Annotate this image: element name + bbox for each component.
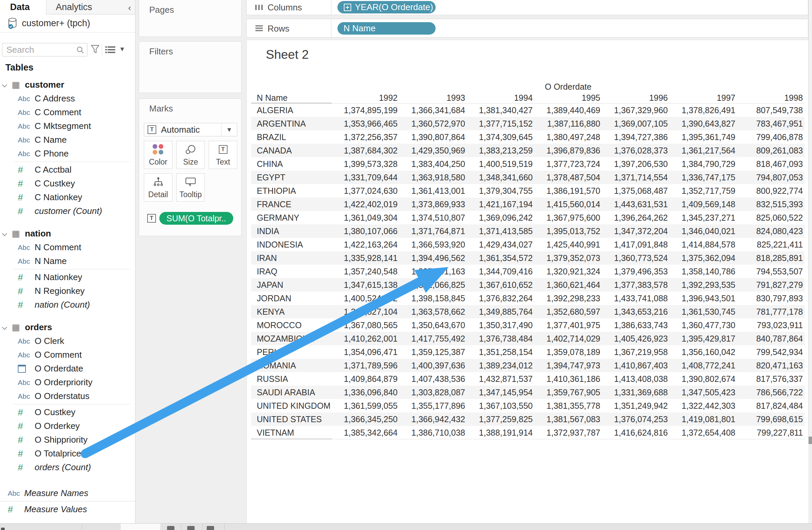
- cell-saudi-arabia-1995[interactable]: 1,359,767,905: [534, 386, 602, 399]
- detail-button[interactable]: Detail: [144, 173, 172, 202]
- search-input[interactable]: [6, 43, 71, 56]
- cell-jordan-1995[interactable]: 1,392,298,233: [534, 292, 602, 305]
- row-header-saudi-arabia[interactable]: SAUDI ARABIA: [251, 386, 332, 399]
- cell-united-states-1994[interactable]: 1,377,259,825: [467, 412, 534, 426]
- field-n-regionkey[interactable]: #N Regionkey: [0, 284, 135, 298]
- cell-united-kingdom-1998[interactable]: 817,824,484: [737, 399, 804, 412]
- year-column-header-1995[interactable]: 1995: [534, 93, 602, 103]
- pill-year-o-orderdate[interactable]: YEAR(O Orderdate): [337, 1, 436, 13]
- cell-mozambique-1998[interactable]: 840,787,864: [737, 332, 804, 345]
- cell-ethiopia-1995[interactable]: 1,386,191,570: [534, 184, 602, 197]
- cell-canada-1997[interactable]: 1,361,217,564: [669, 144, 737, 157]
- cell-vietnam-1994[interactable]: 1,388,191,914: [467, 426, 534, 439]
- column-dimension-header[interactable]: O Orderdate: [332, 80, 804, 93]
- cell-united-states-1996[interactable]: 1,376,074,253: [602, 412, 669, 426]
- cell-brazil-1996[interactable]: 1,394,727,386: [602, 130, 669, 144]
- cell-vietnam-1998[interactable]: 799,227,811: [737, 426, 804, 439]
- row-header-india[interactable]: INDIA: [251, 224, 332, 238]
- cell-saudi-arabia-1996[interactable]: 1,331,369,688: [602, 386, 669, 399]
- search-box[interactable]: [2, 43, 87, 56]
- cell-egypt-1993[interactable]: 1,363,918,580: [399, 171, 467, 184]
- cell-argentina-1993[interactable]: 1,360,572,970: [399, 117, 467, 130]
- cell-kenya-1995[interactable]: 1,352,680,597: [534, 305, 602, 319]
- cell-india-1996[interactable]: 1,347,372,204: [602, 224, 669, 238]
- cell-united-states-1995[interactable]: 1,381,567,083: [534, 412, 602, 426]
- chevron-down-icon[interactable]: ▾: [221, 123, 237, 136]
- table-group-header-nation[interactable]: ▦nation: [0, 227, 135, 240]
- cell-romania-1995[interactable]: 1,394,747,973: [534, 359, 602, 372]
- table-group-header-orders[interactable]: ▦orders: [0, 320, 135, 334]
- field-n-name[interactable]: AbcN Name: [0, 254, 135, 268]
- cell-argentina-1996[interactable]: 1,369,007,105: [602, 117, 669, 130]
- row-header-germany[interactable]: GERMANY: [251, 211, 332, 224]
- cell-argentina-1995[interactable]: 1,387,116,880: [534, 117, 602, 130]
- cell-brazil-1998[interactable]: 799,406,878: [737, 130, 804, 144]
- row-header-china[interactable]: CHINA: [251, 157, 332, 171]
- cell-united-states-1993[interactable]: 1,366,942,432: [399, 412, 467, 426]
- cell-iraq-1993[interactable]: 1,337,541,163: [399, 265, 467, 278]
- mark-type-dropdown[interactable]: T Automatic ▾: [144, 123, 237, 136]
- row-header-jordan[interactable]: JORDAN: [251, 292, 332, 305]
- cell-ethiopia-1992[interactable]: 1,377,024,630: [332, 184, 399, 197]
- tab-analytics[interactable]: Analytics ‹: [46, 0, 135, 14]
- field-c-nationkey[interactable]: #C Nationkey: [0, 190, 135, 204]
- cell-algeria-1993[interactable]: 1,366,341,684: [399, 103, 467, 117]
- cell-russia-1996[interactable]: 1,413,408,038: [602, 372, 669, 386]
- cell-ethiopia-1994[interactable]: 1,379,304,755: [467, 184, 534, 197]
- cell-brazil-1997[interactable]: 1,395,361,749: [669, 130, 737, 144]
- cell-united-states-1992[interactable]: 1,366,345,250: [332, 412, 399, 426]
- cell-saudi-arabia-1997[interactable]: 1,347,505,423: [669, 386, 737, 399]
- cell-indonesia-1998[interactable]: 825,221,411: [737, 238, 804, 251]
- cell-indonesia-1993[interactable]: 1,366,593,920: [399, 238, 467, 251]
- cell-kenya-1994[interactable]: 1,349,885,764: [467, 305, 534, 319]
- cell-india-1998[interactable]: 824,080,423: [737, 224, 804, 238]
- cell-morocco-1996[interactable]: 1,386,633,743: [602, 319, 669, 332]
- cell-morocco-1995[interactable]: 1,377,401,975: [534, 319, 602, 332]
- field-n-nationkey[interactable]: #N Nationkey: [0, 270, 135, 284]
- cell-algeria-1992[interactable]: 1,374,895,199: [332, 103, 399, 117]
- cell-china-1994[interactable]: 1,400,519,519: [467, 157, 534, 171]
- row-header-vietnam[interactable]: VIETNAM: [251, 426, 332, 439]
- filter-funnel-icon[interactable]: [91, 45, 100, 54]
- cell-saudi-arabia-1994[interactable]: 1,347,145,954: [467, 386, 534, 399]
- field-measure-values[interactable]: # Measure Values: [0, 502, 135, 516]
- row-dimension-header[interactable]: N Name: [251, 93, 332, 103]
- cell-united-kingdom-1992[interactable]: 1,361,599,055: [332, 399, 399, 412]
- row-header-kenya[interactable]: KENYA: [251, 305, 332, 319]
- field-o-clerk[interactable]: AbcO Clerk: [0, 334, 135, 348]
- cell-germany-1995[interactable]: 1,367,975,600: [534, 211, 602, 224]
- cell-indonesia-1992[interactable]: 1,422,163,264: [332, 238, 399, 251]
- cell-indonesia-1997[interactable]: 1,414,884,578: [669, 238, 737, 251]
- cell-egypt-1994[interactable]: 1,348,341,660: [467, 171, 534, 184]
- year-column-header-1996[interactable]: 1996: [602, 93, 669, 103]
- active-sheet-tab[interactable]: [121, 524, 160, 530]
- cell-morocco-1994[interactable]: 1,350,317,490: [467, 319, 534, 332]
- cell-india-1995[interactable]: 1,395,013,752: [534, 224, 602, 238]
- cell-iraq-1996[interactable]: 1,379,496,353: [602, 265, 669, 278]
- color-button[interactable]: Color: [144, 141, 172, 169]
- cell-kenya-1992[interactable]: 1,344,527,104: [332, 305, 399, 319]
- field-n-comment[interactable]: AbcN Comment: [0, 240, 135, 254]
- cell-algeria-1996[interactable]: 1,367,329,960: [602, 103, 669, 117]
- field-c-comment[interactable]: AbcC Comment: [0, 105, 135, 119]
- cell-mozambique-1997[interactable]: 1,395,429,817: [669, 332, 737, 345]
- cell-saudi-arabia-1993[interactable]: 1,303,828,087: [399, 386, 467, 399]
- cell-peru-1993[interactable]: 1,359,125,387: [399, 345, 467, 359]
- cell-germany-1996[interactable]: 1,396,264,262: [602, 211, 669, 224]
- row-header-mozambique[interactable]: MOZAMBIQUE: [251, 332, 332, 345]
- row-header-indonesia[interactable]: INDONESIA: [251, 238, 332, 251]
- cell-mozambique-1995[interactable]: 1,402,714,029: [534, 332, 602, 345]
- field-o-totalprice[interactable]: #O Totalprice: [0, 447, 135, 460]
- cell-canada-1994[interactable]: 1,383,213,259: [467, 144, 534, 157]
- year-column-header-1993[interactable]: 1993: [399, 93, 467, 103]
- cell-vietnam-1992[interactable]: 1,385,342,664: [332, 426, 399, 439]
- cell-kenya-1997[interactable]: 1,361,530,745: [669, 305, 737, 319]
- field-o-comment[interactable]: AbcO Comment: [0, 348, 135, 362]
- cell-japan-1993[interactable]: 1,352,066,825: [399, 278, 467, 292]
- cell-peru-1996[interactable]: 1,367,219,958: [602, 345, 669, 359]
- cell-brazil-1994[interactable]: 1,374,309,645: [467, 130, 534, 144]
- cell-vietnam-1995[interactable]: 1,372,937,787: [534, 426, 602, 439]
- size-button[interactable]: Size: [176, 141, 205, 169]
- cell-peru-1995[interactable]: 1,359,078,189: [534, 345, 602, 359]
- cell-iran-1996[interactable]: 1,360,773,524: [602, 251, 669, 265]
